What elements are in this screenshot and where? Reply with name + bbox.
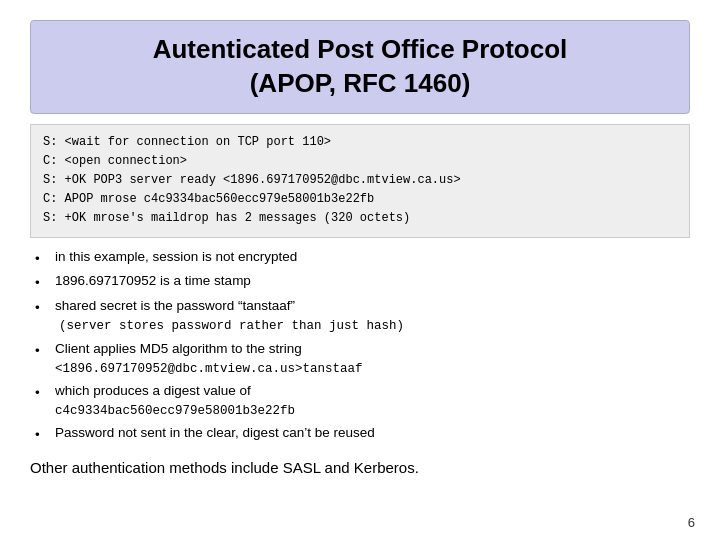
page-number: 6	[688, 515, 695, 530]
bullet-item-6: • Password not sent in the clear, digest…	[35, 424, 685, 445]
bullet-dot-1: •	[35, 250, 47, 269]
bullet-dot-2: •	[35, 274, 47, 293]
bullet-section: • in this example, session is not encryp…	[30, 248, 690, 446]
bullet-item-4: • Client applies MD5 algorithm to the st…	[35, 340, 685, 378]
code-line-4: C: APOP mrose c4c9334bac560ecc979e58001b…	[43, 190, 677, 209]
code-line-5: S: +OK mrose's maildrop has 2 messages (…	[43, 209, 677, 228]
bullet-text-2: 1896.697170952 is a time stamp	[55, 272, 685, 291]
bullet-dot-4: •	[35, 342, 47, 361]
bullet-dot-5: •	[35, 384, 47, 403]
bullet-item-2: • 1896.697170952 is a time stamp	[35, 272, 685, 293]
title-box: Autenticated Post Office Protocol (APOP,…	[30, 20, 690, 114]
footer-text: Other authentication methods include SAS…	[30, 459, 690, 476]
bullet-text-1: in this example, session is not encrypte…	[55, 248, 685, 267]
bullet-text-4: Client applies MD5 algorithm to the stri…	[55, 340, 685, 378]
bullet-item-5: • which produces a digest value of c4c93…	[35, 382, 685, 420]
bullet-code-5: c4c9334bac560ecc979e58001b3e22fb	[55, 404, 295, 418]
bullet-code-4: <1896.697170952@dbc.mtview.ca.us>tanstaa…	[55, 362, 363, 376]
slide-title: Autenticated Post Office Protocol (APOP,…	[51, 33, 669, 101]
bullet-text-6: Password not sent in the clear, digest c…	[55, 424, 685, 443]
bullet-item-3: • shared secret is the password “tanstaa…	[35, 297, 685, 335]
code-line-1: S: <wait for connection on TCP port 110>	[43, 133, 677, 152]
bullet-text-3: shared secret is the password “tanstaaf”…	[55, 297, 685, 335]
code-block: S: <wait for connection on TCP port 110>…	[30, 124, 690, 238]
bullet-text-5: which produces a digest value of c4c9334…	[55, 382, 685, 420]
bullet-item-1: • in this example, session is not encryp…	[35, 248, 685, 269]
code-line-2: C: <open connection>	[43, 152, 677, 171]
bullet-dot-3: •	[35, 299, 47, 318]
bullet-dot-6: •	[35, 426, 47, 445]
bullet-code-3: (server stores password rather than just…	[59, 319, 404, 333]
code-line-3: S: +OK POP3 server ready <1896.697170952…	[43, 171, 677, 190]
